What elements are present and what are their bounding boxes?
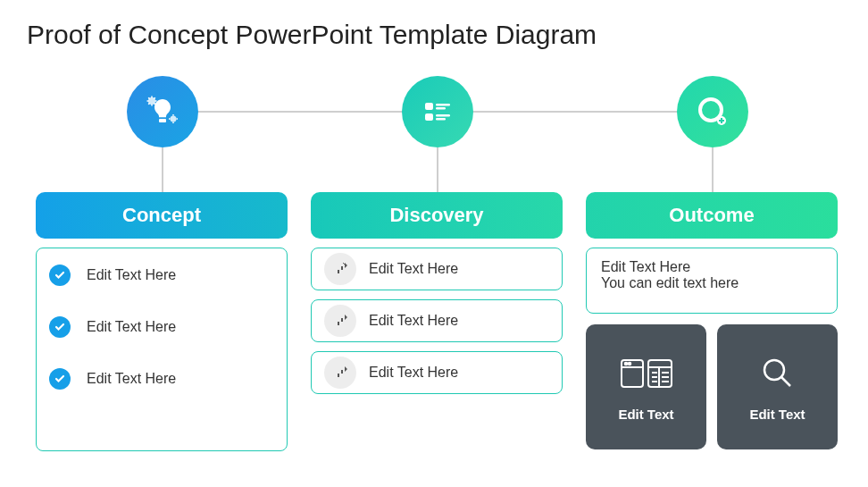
search-icon [757,353,798,394]
stairs-icon [324,305,356,337]
check-icon [49,316,71,338]
concept-column: Concept Edit Text Here Edit Text Here Ed… [36,192,288,451]
stairs-icon [324,253,356,285]
concept-item-3: Edit Text Here [87,371,176,387]
outcome-circle [677,76,748,147]
concept-item-2: Edit Text Here [87,319,176,335]
concept-circle [127,76,198,147]
outcome-text-2: You can edit text here [601,275,822,291]
list-icon [420,94,455,130]
discovery-item-1: Edit Text Here [369,261,458,277]
discovery-circle [402,76,473,147]
list-item: Edit Text Here [311,248,563,290]
list-item: Edit Text Here [311,299,563,342]
svg-point-14 [700,99,722,121]
lightbulb-gear-icon [143,92,182,131]
list-item: Edit Text Here [49,264,274,286]
list-item: Edit Text Here [49,316,274,338]
concept-item-1: Edit Text Here [87,267,176,283]
concept-box: Edit Text Here Edit Text Here Edit Text … [36,248,288,451]
list-item: Edit Text Here [49,368,274,390]
svg-rect-5 [159,119,166,122]
outcome-header: Outcome [586,192,838,239]
check-icon [49,264,71,286]
discovery-item-3: Edit Text Here [369,365,458,381]
magnify-add-icon [693,92,732,131]
svg-point-7 [171,116,177,122]
outcome-column: Outcome Edit Text Here You can edit text… [586,192,838,449]
svg-point-18 [624,362,627,365]
svg-rect-8 [425,103,433,110]
windows-icon [618,353,675,394]
svg-point-29 [764,360,784,380]
outcome-card-2: Edit Text [717,324,838,449]
outcome-cards: Edit Text Edit Text [586,324,838,449]
card-label-2: Edit Text [749,407,805,422]
svg-rect-9 [425,113,433,121]
svg-rect-10 [436,104,450,106]
discovery-item-2: Edit Text Here [369,313,458,329]
svg-rect-11 [436,107,446,110]
list-item: Edit Text Here [311,351,563,394]
discovery-header: Discovery [311,192,563,239]
check-icon [49,368,71,390]
discovery-column: Discovery Edit Text Here Edit Text Here … [311,192,563,394]
svg-rect-13 [436,118,446,121]
outcome-card-1: Edit Text [586,324,706,449]
concept-header: Concept [36,192,288,239]
outcome-text-1: Edit Text Here [601,259,822,275]
card-label-1: Edit Text [618,407,673,422]
svg-point-19 [628,362,630,365]
svg-rect-12 [436,114,450,117]
outcome-textbox: Edit Text Here You can edit text here [586,248,838,314]
svg-line-30 [781,377,790,386]
stairs-icon [324,357,356,389]
